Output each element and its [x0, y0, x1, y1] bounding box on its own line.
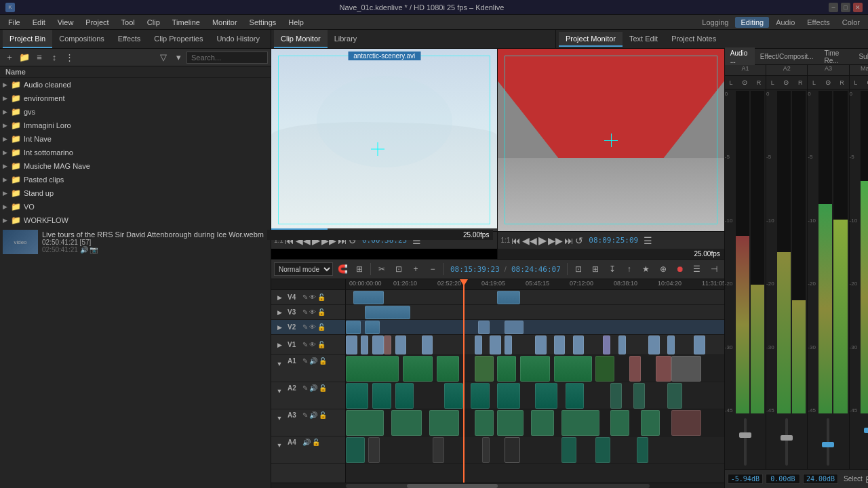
project-monitor-play[interactable]: ▶	[538, 234, 547, 247]
timeline-zoom-fit[interactable]: ⊡	[571, 262, 586, 277]
tab-compositions[interactable]: Compositions	[52, 30, 111, 48]
clip-a3-5[interactable]	[497, 410, 524, 436]
track-a1[interactable]	[346, 355, 724, 382]
clip-a1-1[interactable]	[346, 356, 399, 382]
timeline-minus[interactable]: −	[425, 262, 440, 277]
timeline-split[interactable]: ⊕	[656, 262, 671, 277]
track-expand-v2[interactable]: ▶	[273, 321, 286, 334]
track-v2[interactable]	[346, 320, 724, 335]
list-item[interactable]: ▶ 📁 VO	[0, 200, 271, 214]
minimize-button[interactable]: –	[829, 3, 838, 12]
workspace-effects[interactable]: Effects	[802, 17, 835, 28]
maximize-button[interactable]: □	[841, 3, 850, 12]
menu-monitor[interactable]: Monitor	[207, 17, 243, 28]
timeline-extract[interactable]: ⊡	[391, 262, 406, 277]
clip-v1-11[interactable]	[554, 336, 566, 354]
more-icon[interactable]: ⋮	[62, 51, 76, 64]
clip-a4-8[interactable]	[637, 437, 648, 463]
audio-tab-time[interactable]: Time Re...	[819, 47, 854, 66]
a2-knob[interactable]: ⊙	[783, 79, 789, 86]
clip-v1-16[interactable]	[667, 336, 675, 354]
workspace-color[interactable]: Color	[837, 17, 865, 28]
clip-a3-2[interactable]	[391, 410, 422, 436]
list-item[interactable]: ▶ 📁 Int sottomarino	[0, 146, 271, 159]
track-edit-icon-a3[interactable]: ✎	[302, 411, 308, 419]
menu-help[interactable]: Help	[283, 17, 309, 28]
clip-a3-10[interactable]	[671, 410, 702, 436]
audio-tab-effects[interactable]: Effect/Composit...	[755, 51, 819, 62]
timeline-record[interactable]: ⏺	[673, 262, 688, 277]
clip-a1-2[interactable]	[403, 356, 433, 382]
clip-a4-1[interactable]	[346, 437, 365, 463]
window-controls[interactable]: K	[5, 3, 15, 12]
clip-v1-2[interactable]	[361, 336, 368, 354]
menu-view[interactable]: View	[52, 17, 79, 28]
clip-a3-8[interactable]	[610, 410, 629, 436]
clip-monitor-video[interactable]: antarctic-scenery.avi	[271, 49, 497, 231]
track-edit-icon-v4[interactable]: ✎	[302, 293, 308, 301]
workspace-audio[interactable]: Audio	[770, 17, 800, 28]
a1-knob[interactable]: ⊙	[742, 79, 747, 86]
list-item[interactable]: ▶ 📁 environment	[0, 92, 271, 105]
menu-settings[interactable]: Settings	[244, 17, 282, 28]
list-item[interactable]: ▶ 📁 Audio cleaned	[0, 78, 271, 92]
clip-a2-5[interactable]	[471, 383, 490, 409]
a3-fader-track[interactable]	[827, 418, 829, 466]
track-edit-icon-v1[interactable]: ✎	[302, 341, 308, 348]
track-expand-a2[interactable]: ▼	[273, 384, 286, 398]
clip-a2-9[interactable]	[610, 383, 622, 409]
track-lock-icon-v1[interactable]: 🔓	[317, 341, 326, 348]
audio-pan-value[interactable]: 0.00dB	[766, 474, 800, 484]
a2-fader-track[interactable]	[785, 418, 788, 466]
clip-v1-13[interactable]	[603, 336, 610, 354]
clip-a3-1[interactable]	[346, 410, 384, 436]
timeline-tracks-area[interactable]: 00:00:00:00 01:26:10 02:52:20 04:19:05 0…	[346, 279, 724, 483]
clip-a4-6[interactable]	[561, 437, 576, 463]
a1-fader-track[interactable]	[744, 418, 747, 466]
track-mute-icon-v3[interactable]: 👁	[309, 308, 316, 316]
sort-icon[interactable]: ↕	[47, 51, 61, 64]
audio-bottom-grid[interactable]: ⊞	[865, 474, 868, 485]
list-item[interactable]: ▶ 📁 Pasted clips	[0, 173, 271, 186]
clip-a1-6[interactable]	[520, 356, 551, 382]
clip-v2-1[interactable]	[346, 321, 361, 334]
timeline-insert-clip[interactable]: ⊞	[588, 262, 603, 277]
track-lock-icon-a1[interactable]: 🔓	[319, 357, 327, 365]
project-monitor-zone-start[interactable]: ⏮	[511, 235, 521, 246]
track-lock-icon-a4[interactable]: 🔓	[312, 439, 320, 446]
timeline-cut[interactable]: ✂	[374, 262, 389, 277]
clip-a3-3[interactable]	[429, 410, 460, 436]
timeline-overwrite[interactable]: ↧	[605, 262, 620, 277]
track-mute-icon-v4[interactable]: 👁	[309, 293, 316, 301]
timeline-add-track[interactable]: +	[408, 262, 423, 277]
track-v1[interactable]	[346, 335, 724, 355]
audio-bottom-select[interactable]: Select	[844, 475, 863, 483]
audio-tab-subtitles[interactable]: Subtitles	[853, 51, 868, 62]
menu-file[interactable]: File	[3, 17, 26, 28]
track-expand-a4[interactable]: ▼	[273, 439, 286, 452]
audio-tab-mixer[interactable]: Audio ...	[725, 47, 755, 66]
clip-a3-9[interactable]	[641, 410, 660, 436]
clip-a2-6[interactable]	[497, 383, 519, 409]
tab-undo-history[interactable]: Undo History	[210, 30, 267, 48]
a1-fader-handle[interactable]	[739, 432, 751, 438]
clip-a1-11[interactable]	[671, 356, 702, 382]
filter-type-icon[interactable]: ▾	[172, 51, 185, 64]
clip-v1-6[interactable]	[422, 336, 433, 354]
track-a2[interactable]	[346, 382, 724, 409]
tab-project-bin[interactable]: Project Bin	[3, 30, 52, 48]
clip-v1-17[interactable]	[694, 336, 705, 354]
tab-project-notes[interactable]: Project Notes	[665, 32, 723, 47]
clip-a1-8[interactable]	[595, 356, 614, 382]
clip-v1-8[interactable]	[490, 336, 501, 354]
workspace-logging[interactable]: Logging	[696, 17, 734, 28]
a3-fader-handle[interactable]	[822, 442, 834, 447]
menu-clip[interactable]: Clip	[142, 17, 165, 28]
track-expand-v3[interactable]: ▶	[273, 306, 286, 319]
track-expand-v1[interactable]: ▶	[273, 338, 286, 352]
clip-v1-15[interactable]	[648, 336, 660, 354]
clip-a2-10[interactable]	[633, 383, 645, 409]
list-item[interactable]: ▶ 📁 Immagini Loro	[0, 119, 271, 132]
window-buttons[interactable]: – □ ✕	[829, 3, 863, 12]
list-item[interactable]: ▶ 📁 WORKFLOW	[0, 214, 271, 227]
